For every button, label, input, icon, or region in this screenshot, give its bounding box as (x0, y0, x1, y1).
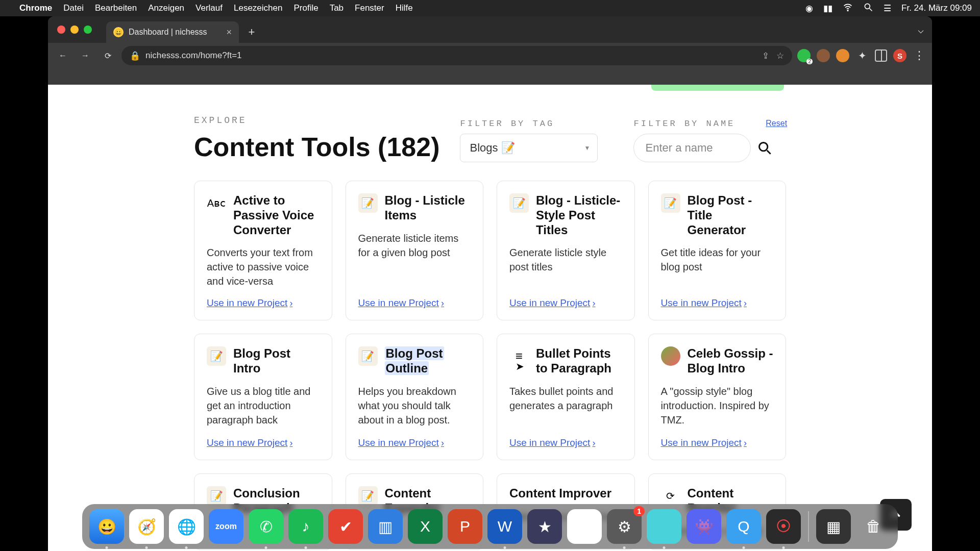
nav-reload-button[interactable]: ⟳ (99, 47, 116, 64)
menu-profile[interactable]: Profile (293, 3, 318, 13)
tool-description: Get title ideas for your blog post (661, 245, 774, 274)
dock-trello[interactable]: ▥ (368, 509, 403, 544)
tool-icon: 📝 (509, 193, 529, 213)
menu-lesezeichen[interactable]: Lesezeichen (234, 3, 282, 13)
tool-icon (661, 346, 680, 366)
spotlight-icon[interactable] (863, 2, 873, 15)
svg-point-1 (865, 4, 870, 9)
window-close-button[interactable] (57, 26, 65, 34)
dock-trash[interactable]: 🗑 (856, 509, 891, 544)
menu-datei[interactable]: Datei (63, 3, 84, 13)
tool-description: A "gossip style" blog introduction. Insp… (661, 384, 774, 427)
tool-description: Generate listicle items for a given blog… (358, 231, 471, 260)
profile-avatar[interactable]: S (893, 49, 906, 62)
search-button[interactable] (756, 139, 773, 157)
tab-close-icon[interactable]: × (226, 27, 232, 38)
extension-shield-icon[interactable] (797, 49, 811, 62)
share-icon[interactable]: ⇪ (762, 51, 769, 61)
sidepanel-icon[interactable] (875, 49, 887, 62)
extension-2-icon[interactable] (817, 49, 830, 62)
menu-hilfe[interactable]: Hilfe (396, 3, 413, 13)
chevron-right-icon: › (441, 438, 444, 448)
nav-forward-button[interactable]: → (77, 47, 94, 64)
menu-anzeigen[interactable]: Anzeigen (148, 3, 184, 13)
dock-powerpoint[interactable]: P (448, 509, 482, 544)
dock-chrome[interactable]: 🌐 (169, 509, 204, 544)
chevron-right-icon: › (441, 298, 444, 309)
dock-zoom[interactable]: zoom (209, 509, 243, 544)
dock-drive[interactable]: ▲ (567, 509, 602, 544)
dock-whatsapp[interactable]: ✆ (249, 509, 283, 544)
use-in-project-link[interactable]: Use in new Project › (509, 288, 622, 309)
tool-card[interactable]: ≡Bullet Points to ParagraphTakes bullet … (497, 334, 635, 460)
dock-word[interactable]: W (487, 509, 522, 544)
menubar-clock[interactable]: Fr. 24. März 09:09 (901, 3, 972, 13)
dock-settings[interactable]: ⚙ (607, 509, 642, 544)
dock-imovie[interactable]: ★ (527, 509, 562, 544)
chevron-right-icon: › (289, 298, 292, 309)
tool-icon: ≡ (509, 346, 529, 366)
window-maximize-button[interactable] (84, 26, 92, 34)
window-minimize-button[interactable] (70, 26, 79, 34)
battery-icon[interactable]: ▮▮ (823, 3, 832, 14)
tool-card[interactable]: 📝Blog - Listicle ItemsGenerate listicle … (346, 181, 484, 320)
tool-card[interactable]: AʙᴄActive to Passive Voice ConverterConv… (194, 181, 332, 320)
svg-line-2 (870, 8, 872, 11)
tool-title: Bullet Points to Paragraph (536, 346, 611, 375)
use-in-project-link[interactable]: Use in new Project › (207, 288, 320, 309)
dock-safari[interactable]: 🧭 (129, 509, 164, 544)
dock-quicktime[interactable]: Q (726, 509, 761, 544)
tool-card[interactable]: 📝Blog Post - Title GeneratorGet title id… (648, 181, 787, 320)
menu-tab[interactable]: Tab (330, 3, 344, 13)
tool-description: Give us a blog title and get an introduc… (207, 384, 320, 427)
nav-back-button[interactable]: ← (54, 47, 71, 64)
use-in-project-link[interactable]: Use in new Project › (661, 428, 774, 448)
use-in-project-link[interactable]: Use in new Project › (509, 428, 622, 448)
use-in-project-link[interactable]: Use in new Project › (661, 288, 774, 309)
dock-app-cyan[interactable] (647, 509, 681, 544)
extension-3-icon[interactable] (836, 49, 849, 62)
tab-favicon: 😀 (113, 27, 124, 37)
dock-discord[interactable]: 👾 (687, 509, 721, 544)
dock: 😀 🧭 🌐 zoom ✆ ♪ ✔ ▥ X P W ★ ▲ ⚙ 👾 Q ⦿ ▦ 🗑 (82, 504, 898, 549)
record-icon[interactable]: ◉ (805, 3, 813, 14)
use-in-project-link[interactable]: Use in new Project › (358, 428, 471, 448)
browser-tab[interactable]: 😀 Dashboard | nichesss × (106, 21, 239, 43)
tool-card[interactable]: 📝Blog Post IntroGive us a blog title and… (194, 334, 332, 460)
dock-todoist[interactable]: ✔ (328, 509, 363, 544)
tool-card[interactable]: Celeb Gossip - Blog IntroA "gossip style… (648, 334, 787, 460)
extensions-puzzle-icon[interactable]: ✦ (855, 49, 869, 62)
filter-tag-label: FILTER BY TAG (460, 119, 598, 129)
wifi-icon[interactable] (843, 2, 853, 15)
tabs-overflow-icon[interactable]: ⌵ (918, 23, 924, 36)
tool-icon: ⟳ (661, 486, 680, 506)
dock-finder[interactable]: 😀 (89, 509, 124, 544)
use-in-project-link[interactable]: Use in new Project › (207, 428, 320, 448)
filter-name-input[interactable] (633, 134, 751, 162)
dock-voice-memos[interactable]: ⦿ (766, 509, 801, 544)
control-center-icon[interactable]: ☰ (884, 3, 891, 14)
dock-mission-control[interactable]: ▦ (816, 509, 851, 544)
use-in-project-link[interactable]: Use in new Project › (358, 288, 471, 309)
menu-verlauf[interactable]: Verlauf (195, 3, 223, 13)
browser-window: 😀 Dashboard | nichesss × + ⌵ ← → ⟳ 🔒 nic… (48, 16, 932, 551)
chevron-right-icon: › (592, 298, 595, 309)
dock-spotify[interactable]: ♪ (288, 509, 323, 544)
dock-excel[interactable]: X (408, 509, 443, 544)
svg-point-0 (847, 10, 848, 11)
menu-bearbeiten[interactable]: Bearbeiten (95, 3, 137, 13)
tool-card[interactable]: 📝Blog - Listicle-Style Post TitlesGenera… (497, 181, 635, 320)
tool-title: Blog Post Intro (233, 346, 290, 375)
filter-tag-select[interactable]: Blogs 📝 ▼ (460, 134, 598, 162)
tool-description: Takes bullet points and generates a para… (509, 384, 622, 413)
menubar-app[interactable]: Chrome (19, 3, 52, 13)
reset-link[interactable]: Reset (766, 119, 787, 128)
new-tab-button[interactable]: + (243, 23, 260, 41)
tool-icon: 📝 (358, 486, 378, 506)
browser-menu-icon[interactable]: ⋮ (913, 49, 926, 62)
bookmark-icon[interactable]: ☆ (776, 51, 784, 61)
tool-card[interactable]: 📝Blog Post OutlineHelps you breakdown wh… (346, 334, 484, 460)
menu-fenster[interactable]: Fenster (355, 3, 384, 13)
chevron-right-icon: › (592, 438, 595, 448)
address-bar[interactable]: 🔒 nichesss.com/home?ft=1 ⇪ ☆ (121, 46, 792, 65)
